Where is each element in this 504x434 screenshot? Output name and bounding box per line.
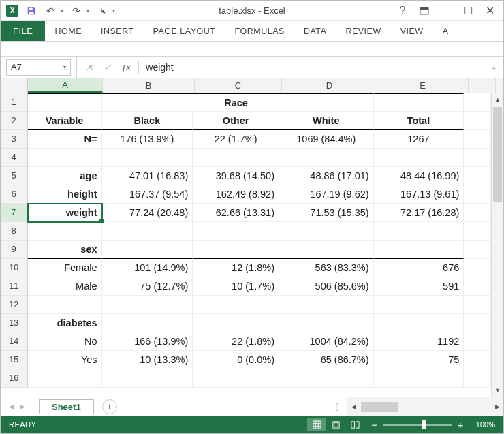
cell[interactable] xyxy=(102,241,193,259)
row-header-3[interactable]: 3 xyxy=(1,130,28,149)
cell[interactable] xyxy=(464,296,491,314)
row-header-11[interactable]: 11 xyxy=(1,277,28,296)
cell[interactable] xyxy=(28,296,102,314)
cell[interactable]: 72.17 (16.28) xyxy=(374,204,464,222)
zoom-in-button[interactable]: + xyxy=(456,419,465,431)
cell[interactable] xyxy=(374,93,464,112)
cells-area[interactable]: 1 Race 2 Variable Black Other White Tota… xyxy=(1,93,491,397)
cell[interactable] xyxy=(279,241,374,259)
cell[interactable]: diabetes xyxy=(28,314,102,332)
row-header-9[interactable]: 9 xyxy=(1,241,28,259)
cell[interactable] xyxy=(464,314,491,332)
cell[interactable] xyxy=(193,296,279,314)
cell[interactable] xyxy=(464,149,491,167)
cell[interactable]: 22 (1.7%) xyxy=(193,130,279,149)
zoom-slider[interactable] xyxy=(383,424,452,426)
view-page-break-button[interactable] xyxy=(345,418,364,431)
cell[interactable] xyxy=(279,296,374,314)
cell[interactable] xyxy=(464,351,491,369)
name-box[interactable]: A7 ▾ xyxy=(6,59,71,76)
tab-insert[interactable]: INSERT xyxy=(91,21,144,41)
row-header-12[interactable]: 12 xyxy=(1,296,28,314)
hscroll-thumb[interactable] xyxy=(361,402,398,412)
cell[interactable] xyxy=(374,222,464,241)
redo-dropdown-icon[interactable]: ▾ xyxy=(86,7,89,14)
save-button[interactable] xyxy=(25,5,37,17)
cell[interactable] xyxy=(374,241,464,259)
hscroll-track[interactable] xyxy=(360,402,491,412)
maximize-button[interactable]: ☐ xyxy=(461,4,475,18)
sheet-nav[interactable]: ◀ ▶ xyxy=(1,403,33,410)
column-header-e[interactable]: E xyxy=(377,78,469,93)
column-header-d[interactable]: D xyxy=(282,78,377,93)
cell[interactable]: 1192 xyxy=(374,332,464,351)
cell[interactable]: Other xyxy=(193,112,279,130)
cell[interactable] xyxy=(464,112,491,130)
cell[interactable] xyxy=(374,149,464,167)
cell[interactable]: 167.13 (9.61) xyxy=(374,185,464,204)
cell[interactable]: Female xyxy=(28,259,102,277)
cell[interactable]: Variable xyxy=(28,112,102,130)
cell[interactable] xyxy=(464,130,491,149)
row-header-7[interactable]: 7 xyxy=(1,204,28,222)
formula-input[interactable]: weight xyxy=(139,62,484,73)
expand-formula-bar-icon[interactable]: ⌄ xyxy=(484,63,503,71)
cell[interactable]: 47.01 (16.83) xyxy=(102,167,193,185)
cell[interactable] xyxy=(28,149,102,167)
cell[interactable] xyxy=(28,222,102,241)
row-header-10[interactable]: 10 xyxy=(1,259,28,277)
cell[interactable]: 176 (13.9%) xyxy=(102,130,193,149)
zoom-out-button[interactable]: − xyxy=(370,419,379,431)
undo-button[interactable]: ↶ xyxy=(44,5,57,17)
add-sheet-button[interactable]: + xyxy=(102,399,117,414)
cell[interactable] xyxy=(279,93,374,112)
scroll-up-icon[interactable]: ▲ xyxy=(492,93,503,106)
cell[interactable]: 167.19 (9.62) xyxy=(279,185,374,204)
cell[interactable] xyxy=(279,149,374,167)
cell[interactable]: 10 (1.7%) xyxy=(193,277,279,296)
row-header-14[interactable]: 14 xyxy=(1,332,28,351)
cell[interactable] xyxy=(279,222,374,241)
cell[interactable] xyxy=(279,314,374,332)
cell[interactable]: 12 (1.8%) xyxy=(193,259,279,277)
cell[interactable]: 563 (83.3%) xyxy=(279,259,374,277)
cell[interactable]: No xyxy=(28,332,102,351)
sheet-nav-prev-icon[interactable]: ◀ xyxy=(9,403,14,410)
cell[interactable]: Race xyxy=(193,93,279,112)
tab-overflow[interactable]: A xyxy=(433,21,458,41)
cell[interactable] xyxy=(374,369,464,388)
tab-page-layout[interactable]: PAGE LAYOUT xyxy=(144,21,225,41)
cell[interactable]: height xyxy=(28,185,102,204)
column-header-c[interactable]: C xyxy=(195,78,282,93)
tab-file[interactable]: FILE xyxy=(1,21,45,41)
ribbon-options-button[interactable] xyxy=(418,4,431,18)
cell[interactable]: Male xyxy=(28,277,102,296)
cell[interactable]: 39.68 (14.50) xyxy=(193,167,279,185)
cell[interactable] xyxy=(28,369,102,388)
cell[interactable] xyxy=(464,259,491,277)
tab-home[interactable]: HOME xyxy=(45,21,91,41)
zoom-slider-thumb[interactable] xyxy=(422,420,426,429)
cell[interactable] xyxy=(193,369,279,388)
sheet-split-handle[interactable]: ⋮ xyxy=(333,402,347,412)
tab-view[interactable]: VIEW xyxy=(391,21,433,41)
cell[interactable]: 1267 xyxy=(374,130,464,149)
row-header-5[interactable]: 5 xyxy=(1,167,28,185)
scroll-left-icon[interactable]: ◀ xyxy=(347,403,360,410)
horizontal-scrollbar[interactable]: ◀ ▶ xyxy=(347,397,503,416)
cell[interactable]: N= xyxy=(28,130,102,149)
row-header-15[interactable]: 15 xyxy=(1,351,28,369)
cell[interactable] xyxy=(193,222,279,241)
cell[interactable] xyxy=(193,149,279,167)
cell[interactable]: age xyxy=(28,167,102,185)
cell[interactable] xyxy=(102,222,193,241)
cancel-formula-icon[interactable]: ✕ xyxy=(85,61,94,74)
cell[interactable] xyxy=(279,369,374,388)
cell[interactable]: 506 (85.6%) xyxy=(279,277,374,296)
scroll-thumb[interactable] xyxy=(493,107,502,202)
cell[interactable] xyxy=(464,185,491,204)
view-page-layout-button[interactable] xyxy=(326,418,345,431)
name-box-dropdown-icon[interactable]: ▾ xyxy=(63,64,66,70)
cell[interactable]: 48.86 (17.01) xyxy=(279,167,374,185)
tab-review[interactable]: REVIEW xyxy=(336,21,390,41)
